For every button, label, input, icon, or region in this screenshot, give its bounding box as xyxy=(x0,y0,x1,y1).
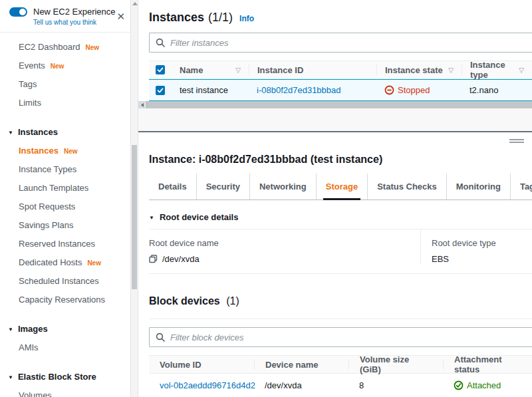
root-device-grid: Root device name /dev/xvda Root device t… xyxy=(149,229,532,274)
collapse-icon: ▼ xyxy=(8,130,13,136)
collapse-icon: ▼ xyxy=(149,215,154,221)
sidebar-item-instances[interactable]: InstancesNew xyxy=(0,142,130,160)
root-device-type-label: Root device type xyxy=(432,238,532,248)
instance-detail-panel: Instance: i-08b0f2d7ed31bbbad (test inst… xyxy=(138,132,532,397)
instance-type: t2.nano xyxy=(462,85,532,95)
block-devices-heading: Block devices (1) xyxy=(149,295,532,307)
tab-security[interactable]: Security xyxy=(196,174,249,199)
scrollbar-thumb[interactable] xyxy=(147,101,532,108)
sidebar-item-ec2-dashboard[interactable]: EC2 DashboardNew xyxy=(0,38,130,57)
stopped-icon xyxy=(384,85,394,95)
block-devices-count: (1) xyxy=(226,295,239,307)
new-experience-toggle[interactable] xyxy=(9,7,27,17)
sidebar-item-tags[interactable]: Tags xyxy=(0,75,130,94)
search-icon xyxy=(156,332,165,342)
new-badge: New xyxy=(64,148,78,155)
volume-id-link[interactable]: vol-0b2aeddd96716d4d2 xyxy=(160,380,255,390)
row-checkbox[interactable] xyxy=(156,86,165,95)
instances-filter-input[interactable] xyxy=(170,38,526,48)
detail-panel-title: Instance: i-08b0f2d7ed31bbbad (test inst… xyxy=(149,154,532,166)
block-devices-table-header: Volume ID Device name Volume size (GiB) … xyxy=(149,355,532,374)
instances-filter[interactable] xyxy=(149,33,532,53)
sort-icon[interactable]: ▽ xyxy=(235,66,241,74)
sidebar-item-amis[interactable]: AMIs xyxy=(0,338,130,357)
scroll-left-button[interactable] xyxy=(138,101,147,108)
feedback-link[interactable]: Tell us what you think xyxy=(33,19,122,26)
close-icon[interactable]: ✕ xyxy=(116,11,125,21)
column-header-volume-size[interactable]: Volume size (GiB) xyxy=(348,359,443,370)
sidebar-nav: EC2 DashboardNew EventsNew Tags Limits ▼… xyxy=(0,33,130,397)
copy-icon[interactable] xyxy=(149,255,158,263)
instance-state: Stopped xyxy=(384,85,454,95)
column-header-attachment-status[interactable]: Attachment status xyxy=(443,359,532,370)
sidebar-item-savings-plans[interactable]: Savings Plans xyxy=(0,216,130,235)
instances-horizontal-scrollbar[interactable] xyxy=(138,101,532,108)
detail-tabs: Details Security Networking Storage Stat… xyxy=(149,174,532,200)
root-device-name-label: Root device name xyxy=(149,238,420,248)
sidebar-item-dedicated-hosts[interactable]: Dedicated HostsNew xyxy=(0,253,130,272)
sort-icon[interactable]: ▽ xyxy=(448,66,454,74)
instances-table-header: Name▽ Instance ID Instance state▽ Instan… xyxy=(149,61,532,79)
block-device-row[interactable]: vol-0b2aeddd96716d4d2 /dev/xvda 8 Attach… xyxy=(149,374,532,396)
sidebar-scrollbar[interactable] xyxy=(130,0,138,397)
select-all-checkbox[interactable] xyxy=(156,65,165,74)
tab-tags[interactable]: Tags xyxy=(510,174,532,199)
new-badge: New xyxy=(87,259,101,267)
search-icon xyxy=(156,38,165,47)
instance-name: test instance xyxy=(172,85,249,95)
sidebar-item-volumes[interactable]: Volumes xyxy=(0,386,130,397)
column-header-instance-id[interactable]: Instance ID xyxy=(249,65,376,75)
block-devices-filter-input[interactable] xyxy=(170,332,526,342)
column-header-instance-state[interactable]: Instance state▽ xyxy=(376,65,462,75)
toggle-knob xyxy=(19,9,26,15)
info-link[interactable]: Info xyxy=(239,14,254,23)
column-header-volume-id[interactable]: Volume ID xyxy=(149,359,254,370)
tab-status-checks[interactable]: Status Checks xyxy=(367,174,446,199)
sidebar-item-launch-templates[interactable]: Launch Templates xyxy=(0,179,130,198)
block-devices-filter[interactable] xyxy=(149,327,532,347)
new-badge: New xyxy=(51,63,65,70)
sidebar-section-instances[interactable]: ▼Instances xyxy=(0,123,130,142)
sidebar-section-ebs[interactable]: ▼Elastic Block Store xyxy=(0,368,130,386)
split-gap xyxy=(138,108,532,131)
scrollbar-thumb[interactable] xyxy=(132,145,137,289)
resize-handle-icon[interactable] xyxy=(509,139,524,144)
page-title: Instances xyxy=(149,11,204,25)
instance-row[interactable]: test instance i-08b0f2d7ed31bbbad Stoppe… xyxy=(149,79,532,101)
scroll-left-icon xyxy=(141,103,144,107)
sidebar-item-reserved-instances[interactable]: Reserved Instances xyxy=(0,235,130,253)
divider xyxy=(149,319,532,319)
sidebar-item-events[interactable]: EventsNew xyxy=(0,57,130,75)
instances-heading: Instances (1/1) Info xyxy=(149,11,532,25)
tab-monitoring[interactable]: Monitoring xyxy=(446,174,510,199)
new-experience-label: New EC2 Experience xyxy=(33,7,116,17)
instances-table: Name▽ Instance ID Instance state▽ Instan… xyxy=(149,61,532,101)
root-device-type-value: EBS xyxy=(432,254,449,264)
sidebar-item-limits[interactable]: Limits xyxy=(0,94,130,112)
sidebar-item-scheduled-instances[interactable]: Scheduled Instances xyxy=(0,272,130,291)
tab-details[interactable]: Details xyxy=(149,174,196,199)
device-name: /dev/xvda xyxy=(254,380,348,390)
main-area: Instances (1/1) Info Name▽ Instance ID I… xyxy=(138,0,532,397)
tab-storage[interactable]: Storage xyxy=(316,174,367,199)
sidebar-item-capacity-reservations[interactable]: Capacity Reservations xyxy=(0,291,130,309)
sidebar-item-spot-requests[interactable]: Spot Requests xyxy=(0,198,130,216)
tab-networking[interactable]: Networking xyxy=(249,174,316,199)
sidebar-item-instance-types[interactable]: Instance Types xyxy=(0,160,130,179)
sidebar: New EC2 Experience Tell us what you thin… xyxy=(0,0,130,397)
scroll-up-icon[interactable] xyxy=(132,2,138,5)
check-icon xyxy=(157,66,164,73)
column-header-instance-type[interactable]: Instance type▽ xyxy=(462,65,532,75)
sidebar-header: New EC2 Experience Tell us what you thin… xyxy=(0,0,130,33)
collapse-icon: ▼ xyxy=(8,374,13,380)
storage-tab-content: ▼Root device details Root device name /d… xyxy=(138,200,532,396)
root-device-section-header[interactable]: ▼Root device details xyxy=(149,212,532,229)
instances-list-section: Instances (1/1) Info Name▽ Instance ID I… xyxy=(138,0,532,108)
block-devices-table: Volume ID Device name Volume size (GiB) … xyxy=(149,355,532,396)
new-badge: New xyxy=(86,44,100,51)
sort-icon[interactable]: ▽ xyxy=(519,66,524,74)
column-header-name[interactable]: Name▽ xyxy=(172,65,249,75)
instance-id-link[interactable]: i-08b0f2d7ed31bbbad xyxy=(257,85,341,95)
column-header-device-name[interactable]: Device name xyxy=(254,359,348,370)
sidebar-section-images[interactable]: ▼Images xyxy=(0,320,130,338)
